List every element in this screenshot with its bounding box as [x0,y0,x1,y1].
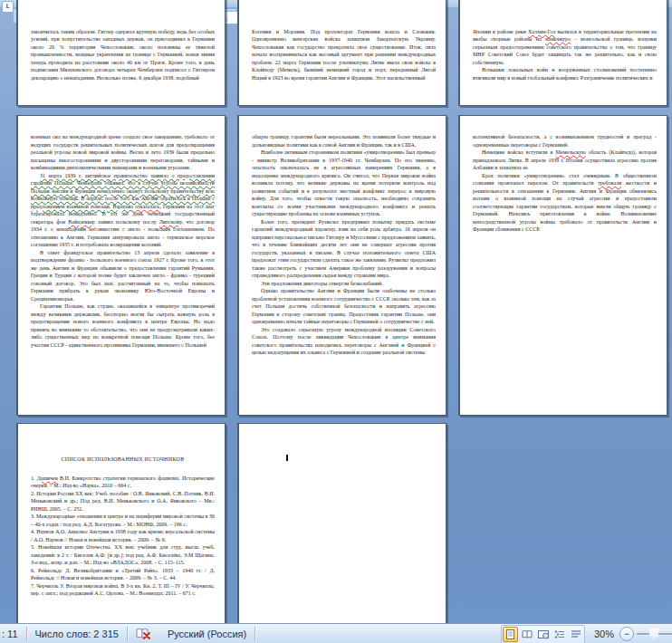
paragraph: 6. Рейнольдс Д. Великобритания и «Третий… [31,567,215,582]
view-shortcuts [501,625,585,643]
text-run: Наиболее активным сторонником политики «… [252,149,436,216]
view-print-layout-button[interactable] [503,627,518,642]
draft-icon [571,629,581,639]
zoom-slider[interactable] [637,627,672,641]
zoom-slider-thumb[interactable] [649,629,658,640]
zoom-out-button[interactable]: − [619,627,634,641]
text-run: 3. Международные отношения в центре и на… [31,513,215,527]
text-run: Эти предложения диктаторы отвергли безко… [261,281,383,286]
paragraph: В ответ французское правительство 13 апр… [31,249,215,303]
paragraph: Более того, президент Рузвельт предприня… [252,218,436,280]
paragraph: 4. Наумов А.О. Аншлюс Австрии в 1938 год… [31,528,215,543]
web-layout-icon [538,629,549,639]
paragraph: Гарантии Польше, как стране, оказавшейся… [31,302,215,349]
print-layout-icon [505,629,515,639]
text-cursor [286,455,288,461]
text-run: закончилась таким образом. Гитлер одержа… [31,29,215,81]
document-page[interactable]: коллективной безопасности, а с возникнов… [458,115,667,416]
document-page[interactable]: закончилась таким образом. Гитлер одержа… [16,0,226,106]
misspelled-text: Вайцзеккер [68,219,95,225]
zoom-level-button[interactable]: 30% [594,629,614,639]
status-separator [254,627,255,641]
document-page[interactable] [237,423,446,643]
document-page[interactable]: общую границу, гарантии были нереальными… [237,115,446,416]
paragraph: Однако правительства Англии и Франции бы… [252,287,436,326]
paragraph: Вспышки локальных войн и вооруженных сто… [473,66,657,82]
minus-icon: − [624,629,629,639]
paragraph: Наиболее активным сторонником политики «… [252,149,436,218]
misspelled-text: маньчжуро [545,36,571,42]
paragraph: закончилась таким образом. Гитлер одержа… [31,28,215,82]
paragraph: Это создавало серьезную угрозу междунаро… [252,326,436,357]
paragraph: Немецкие войска вступили в Мемельскую об… [473,149,657,172]
text-run: Гарантии Польше, как стране, оказавшейся… [31,303,215,348]
paragraph: коллективной безопасности, а с возникнов… [473,133,657,149]
view-outline-button[interactable] [552,627,567,642]
misspelled-text: Дашичев [37,475,58,481]
misspelled-text: Халхин-Гол [528,29,555,34]
full-screen-reading-icon [522,629,533,639]
paragraph: 2. История России XX век: Учеб. пособие … [31,490,215,513]
text-run: 7. Черчилль У. Вторая мировая война. В 3… [31,583,215,597]
outline-icon [554,629,565,639]
paragraph: Крах политики «умиротворения» стал очеви… [473,172,657,234]
paragraph: 5. Новейшая история Отечества. XX век: у… [31,543,215,567]
text-run: В ответ французское правительство 13 апр… [31,250,215,302]
document-page[interactable]: СПИСОК ИСПОЛЬЗОВАННЫХ ИСТОЧНИКОВ1. Дашич… [16,423,226,643]
text-run: В.И. Банкротство стратегии германского ф… [31,475,215,489]
view-draft-button[interactable] [568,627,583,642]
text-run: СПИСОК ИСПОЛЬЗОВАННЫХ ИСТОЧНИКОВ [62,456,185,462]
text-run: 2. История России XX век: Учеб. пособие … [31,491,215,512]
text-run: 6. Рейнольдс Д. Великобритания и «Третий… [31,568,215,581]
text-run: Вспышки локальных войн и вооруженных сто… [473,67,657,81]
page-heading: СПИСОК ИСПОЛЬЗОВАННЫХ ИСТОЧНИКОВ [31,456,215,464]
text-run: заявил польскому послу [95,219,159,225]
text-run: 5. Новейшая история Отечества. XX век: у… [31,544,215,565]
proofing-status-button[interactable] [128,624,159,643]
proofing-error-icon [136,628,151,640]
document-page[interactable]: Богемия и Моравия. Под протекторат Герма… [237,0,446,106]
page-indicator[interactable]: : 11 [0,624,26,643]
text-run: Немецкие войска вступили в [482,149,556,155]
paragraph: Богемия и Моравия. Под протекторат Герма… [252,28,436,82]
misspelled-text: отказалась, [133,204,161,209]
view-full-screen-button[interactable] [519,627,534,642]
misspelled-text: Мемельскую [556,149,586,155]
text-run: Однако правительства Англии и Франции бы… [252,288,436,324]
text-run: военных сил на международной арене созда… [31,134,215,170]
status-bar: : 11 Число слов: 2 315 Русский (Россия) [0,623,672,643]
paragraph: военных сил на международной арене созда… [31,133,215,172]
view-web-layout-button[interactable] [535,627,551,642]
language-indicator[interactable]: Русский (Россия) [159,624,254,643]
word-count[interactable]: Число слов: 2 315 [27,624,127,643]
misspelled-text: требовали [598,180,621,186]
paragraph: общую границу, гарантии были нереальными… [252,133,436,149]
text-run: Богемия и Моравия. Под протекторат Герма… [252,29,436,81]
paragraph: 31 марта 1939 г. английское правительств… [31,172,215,249]
document-page[interactable]: Японии в районе реки Халхин-Гол вылился … [458,0,667,106]
text-run: 4. Наумов А.О. Аншлюс Австрии в 1938 год… [31,529,215,542]
paragraph: 1. Дашичев В.И. Банкротство стратегии ге… [31,475,215,490]
paragraph: 3. Международные отношения в центре и на… [31,513,215,528]
text-run: Более того, президент Рузвельт предприня… [252,219,436,279]
document-page[interactable]: военных сил на международной арене созда… [16,115,226,416]
text-run: общую границу, гарантии были нереальными… [252,134,436,148]
text-run: коллективной безопасности, а с возникнов… [473,134,657,148]
paragraph: Японии в районе реки Халхин-Гол вылился … [473,28,657,67]
text-run: 1. [31,475,37,481]
paragraph: 7. Черчилль У. Вторая мировая война. В 3… [31,582,215,598]
paragraph: Эти предложения диктаторы отвергли безко… [252,280,436,288]
text-run: жесткости и решительности в отношении к … [473,180,657,232]
text-run: Японии в районе реки [473,29,528,34]
text-run: Это создавало серьезную угрозу междунаро… [252,327,436,356]
misspelled-text: Липскому [159,219,182,225]
